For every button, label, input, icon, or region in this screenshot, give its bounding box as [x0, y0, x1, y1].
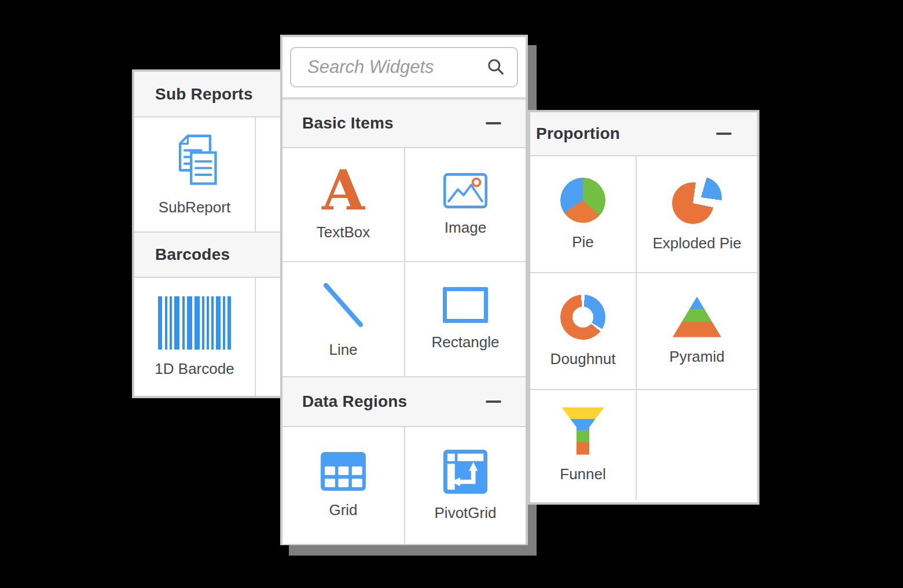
widget-item-pivotgrid[interactable]: PivotGrid	[405, 427, 526, 544]
widget-label: PivotGrid	[435, 504, 497, 522]
minus-icon[interactable]	[486, 400, 501, 403]
widget-item-textbox[interactable]: A TextBox	[282, 148, 404, 261]
exploded-pie-chart-icon	[672, 177, 722, 224]
widget-label: Grid	[329, 501, 357, 519]
doughnut-chart-icon	[560, 295, 605, 340]
pyramid-chart-icon	[673, 297, 721, 337]
search-input[interactable]	[306, 56, 487, 78]
section-header-data-regions[interactable]: Data Regions	[282, 376, 526, 427]
search-icon[interactable]	[487, 58, 505, 76]
widget-item-grid[interactable]: Grid	[282, 427, 404, 544]
widget-item-1d-barcode[interactable]: 1D Barcode	[134, 278, 255, 396]
widget-item-funnel[interactable]: Funnel	[530, 390, 636, 500]
widget-item-exploded-pie[interactable]: Exploded Pie	[637, 156, 757, 272]
widget-item-subreport[interactable]: SubReport	[134, 117, 255, 231]
search-widgets-field[interactable]	[290, 47, 518, 87]
minus-icon[interactable]	[716, 133, 732, 135]
widget-label: Exploded Pie	[652, 234, 741, 252]
widget-label: Pyramid	[669, 348, 724, 366]
canvas-background: Sub Reports SubReport Barcodes	[0, 0, 903, 588]
rectangle-icon	[443, 287, 488, 323]
section-header-barcodes[interactable]: Barcodes	[134, 231, 299, 278]
section-title: Proportion	[536, 124, 620, 143]
funnel-chart-icon	[561, 407, 604, 455]
section-header-sub-reports[interactable]: Sub Reports	[134, 72, 299, 117]
widget-item-pie[interactable]: Pie	[530, 156, 636, 272]
section-title: Data Regions	[302, 392, 407, 411]
proportion-panel: Proportion Pie Exploded Pie Doughnut Pyr…	[528, 110, 759, 505]
widget-label: 1D Barcode	[155, 360, 234, 378]
pie-chart-icon	[560, 178, 605, 223]
line-icon	[319, 280, 368, 330]
widget-item-line[interactable]: Line	[282, 262, 404, 376]
widget-label: TextBox	[317, 223, 370, 241]
section-title: Basic Items	[302, 114, 394, 133]
image-icon	[443, 173, 487, 208]
pivotgrid-icon	[443, 450, 487, 494]
barcode-1d-icon	[158, 296, 231, 350]
search-area	[282, 37, 526, 98]
section-title: Sub Reports	[155, 85, 253, 104]
widget-label: Doughnut	[550, 350, 616, 368]
widgets-panel: Basic Items A TextBox Image	[280, 35, 528, 545]
widget-item-image[interactable]: Image	[405, 148, 526, 261]
widget-item-doughnut[interactable]: Doughnut	[530, 273, 636, 389]
textbox-icon: A	[322, 168, 365, 213]
widget-label: Funnel	[560, 465, 606, 483]
widget-item-pyramid[interactable]: Pyramid	[637, 273, 757, 389]
sub-reports-panel: Sub Reports SubReport Barcodes	[132, 69, 301, 398]
grid-icon	[321, 452, 366, 491]
widget-label: Pie	[572, 233, 594, 251]
section-title: Barcodes	[155, 245, 230, 264]
section-header-proportion[interactable]: Proportion	[530, 112, 757, 156]
widget-label: Line	[329, 341, 357, 359]
widget-label: Image	[445, 219, 486, 237]
subreport-icon	[167, 133, 222, 188]
widget-item-rectangle[interactable]: Rectangle	[405, 262, 526, 376]
widget-label: Rectangle	[431, 333, 499, 351]
section-header-basic-items[interactable]: Basic Items	[282, 98, 526, 148]
widget-label: SubReport	[159, 199, 230, 216]
minus-icon[interactable]	[486, 122, 501, 124]
empty-cell	[637, 390, 757, 500]
